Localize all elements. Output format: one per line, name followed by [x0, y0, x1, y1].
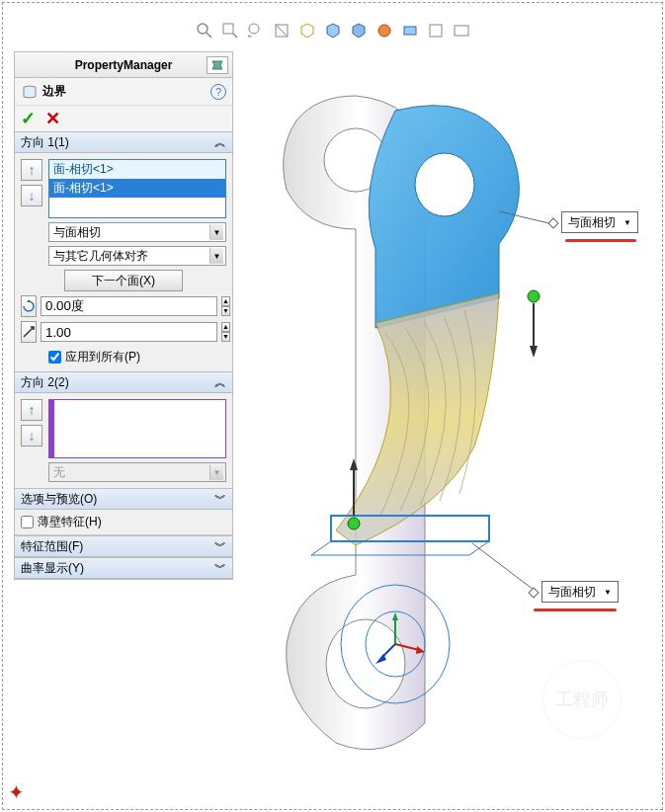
- direction2-dropdown-value: 无: [53, 464, 65, 481]
- svg-rect-8: [404, 27, 416, 35]
- direction1-body: ↑ ↓ 面-相切<1> 面-相切<1> 与面相切 ▼ 与其它几何体对齐 ▼ 下一…: [15, 153, 232, 371]
- direction2-header[interactable]: 方向 2(2) ︽: [15, 371, 232, 393]
- annotation-underline: [565, 239, 636, 242]
- options-preview-header[interactable]: 选项与预览(O) ︾: [15, 488, 232, 510]
- view-toolbar: [0, 16, 665, 45]
- collapse-icon[interactable]: ︽: [214, 134, 226, 151]
- svg-point-0: [198, 24, 208, 34]
- section-view-icon[interactable]: [271, 20, 292, 41]
- svg-point-19: [348, 518, 360, 529]
- direction2-reorder: ↑ ↓: [21, 399, 42, 447]
- feature-scope-label: 特征范围(F): [21, 538, 83, 555]
- svg-point-13: [326, 619, 405, 708]
- direction1-header[interactable]: 方向 1(1) ︽: [15, 131, 232, 153]
- property-manager-panel: PropertyManager 边界 ? ✓ ✕ 方向 1(1) ︽ ↑ ↓ 面…: [14, 51, 233, 580]
- panel-title-bar: PropertyManager: [15, 52, 232, 78]
- annotation-underline: [534, 609, 617, 611]
- angle-input[interactable]: [41, 296, 217, 316]
- direction1-listbox[interactable]: 面-相切<1> 面-相切<1>: [48, 159, 226, 218]
- svg-line-3: [233, 34, 237, 38]
- move-down-button[interactable]: ↓: [21, 425, 42, 447]
- pin-icon[interactable]: [207, 56, 228, 74]
- zoom-fit-icon[interactable]: [194, 20, 215, 41]
- options-preview-label: 选项与预览(O): [21, 491, 97, 508]
- svg-rect-9: [430, 25, 442, 37]
- expand-icon[interactable]: ︾: [214, 560, 226, 577]
- chevron-down-icon: ▼: [623, 218, 631, 227]
- direction2-body: ↑ ↓ 无 ▼: [15, 393, 232, 488]
- svg-line-1: [207, 33, 211, 38]
- scale-input[interactable]: [41, 322, 217, 342]
- view-orientation-icon[interactable]: [296, 20, 318, 41]
- previous-view-icon[interactable]: [245, 20, 267, 41]
- align-dropdown[interactable]: 与其它几何体对齐 ▼: [48, 246, 226, 266]
- apply-all-row: 应用到所有(P): [21, 349, 226, 365]
- move-down-button[interactable]: ↓: [21, 185, 42, 206]
- callout-bottom-dropdown[interactable]: 与面相切 ▼: [541, 581, 619, 603]
- tangent-type-value: 与面相切: [53, 224, 101, 241]
- svg-line-11: [24, 327, 34, 337]
- rotate-icon[interactable]: [21, 295, 37, 317]
- callout-bottom-label: 与面相切: [548, 584, 596, 601]
- tangent-type-dropdown[interactable]: 与面相切 ▼: [48, 222, 226, 242]
- chevron-down-icon: ▼: [209, 464, 223, 480]
- action-row: ✓ ✕: [15, 106, 232, 131]
- scale-spinner[interactable]: ▲▼: [221, 322, 230, 342]
- thin-feature-label: 薄壁特征(H): [38, 514, 102, 530]
- callout-top-dropdown[interactable]: 与面相切 ▼: [561, 211, 638, 233]
- svg-rect-10: [455, 26, 468, 36]
- hide-show-icon[interactable]: [348, 20, 370, 41]
- direction2-listbox[interactable]: [48, 399, 226, 458]
- direction2-dropdown: 无 ▼: [48, 462, 226, 482]
- direction1-reorder: ↑ ↓: [21, 159, 42, 206]
- apply-scene-icon[interactable]: [399, 20, 421, 41]
- svg-line-6: [276, 25, 288, 37]
- list-item[interactable]: 面-相切<1>: [49, 179, 225, 198]
- angle-spinner[interactable]: ▲▼: [221, 296, 230, 316]
- chevron-down-icon: ▼: [209, 248, 223, 264]
- scale-row: ▲▼: [21, 321, 226, 343]
- display-style-icon[interactable]: [322, 20, 344, 41]
- panel-title-text: PropertyManager: [75, 58, 173, 72]
- boundary-feature-icon: [21, 83, 39, 101]
- list-item[interactable]: 面-相切<1>: [49, 160, 225, 179]
- svg-point-14: [415, 153, 474, 216]
- apply-all-checkbox[interactable]: [48, 351, 61, 364]
- help-icon[interactable]: ?: [210, 84, 226, 100]
- curvature-display-label: 曲率显示(Y): [21, 560, 84, 577]
- watermark: 工程师: [542, 660, 622, 739]
- scale-icon[interactable]: [21, 321, 37, 343]
- graphics-viewport[interactable]: 与面相切 ▼ 与面相切 ▼ 工程师: [237, 51, 651, 798]
- svg-line-26: [472, 543, 534, 590]
- view-settings-icon[interactable]: [425, 20, 447, 41]
- collapse-icon[interactable]: ︽: [214, 374, 226, 391]
- ok-button[interactable]: ✓: [21, 108, 36, 129]
- svg-rect-2: [223, 24, 233, 34]
- svg-point-7: [378, 25, 390, 37]
- expand-icon[interactable]: ︾: [214, 491, 226, 508]
- align-value: 与其它几何体对齐: [53, 248, 148, 265]
- chevron-down-icon: ▼: [209, 224, 223, 240]
- thin-feature-checkbox[interactable]: [21, 516, 34, 528]
- screen-capture-icon[interactable]: [451, 20, 472, 41]
- thin-feature-row: 薄壁特征(H): [15, 510, 232, 535]
- expand-icon[interactable]: ︾: [214, 538, 226, 555]
- curvature-display-header[interactable]: 曲率显示(Y) ︾: [15, 557, 232, 579]
- svg-point-4: [249, 24, 259, 34]
- move-up-button[interactable]: ↑: [21, 159, 42, 181]
- zoom-area-icon[interactable]: [219, 20, 241, 41]
- direction1-label: 方向 1(1): [21, 134, 69, 151]
- next-face-button[interactable]: 下一个面(X): [64, 270, 183, 291]
- feature-name-row: 边界 ?: [15, 78, 232, 106]
- svg-point-18: [528, 290, 540, 302]
- chevron-down-icon: ▼: [604, 588, 612, 597]
- angle-row: ▲▼: [21, 295, 226, 317]
- origin-indicator-icon: ✦: [8, 780, 25, 804]
- apply-all-label: 应用到所有(P): [65, 349, 140, 365]
- cancel-button[interactable]: ✕: [45, 108, 60, 129]
- feature-scope-header[interactable]: 特征范围(F) ︾: [15, 535, 232, 557]
- callout-top-label: 与面相切: [568, 214, 616, 231]
- move-up-button[interactable]: ↑: [21, 399, 42, 421]
- edit-appearance-icon[interactable]: [374, 20, 395, 41]
- direction2-label: 方向 2(2): [21, 374, 69, 391]
